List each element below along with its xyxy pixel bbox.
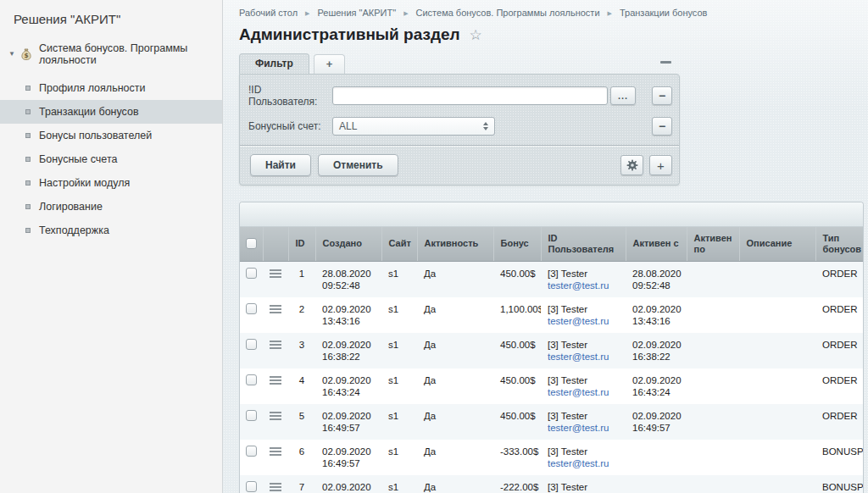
cell-active-to [687,404,739,440]
column-header[interactable]: Сайт [381,227,417,261]
user-email-link[interactable]: tester@test.ru [548,457,623,469]
cell-bonus-type: ORDER [815,297,863,333]
sidebar-title: Решения "АКРИТ" [0,0,222,26]
filter-panel: !ID Пользователя: ... − Бонусный счет: A… [239,74,680,186]
filter-settings-button[interactable] [620,155,643,175]
cell-description [739,404,815,440]
table-row: 5 02.09.202016:49:57 s1 Да 450.00$ [3] T… [240,404,863,440]
user-email-link[interactable]: tester@test.ru [548,351,623,363]
grid-toolbar [240,202,863,227]
user-email-link[interactable]: tester@test.ru [548,386,623,398]
cell-created: 02.09.202017:25:09 [315,475,381,493]
tab-add-filter[interactable]: + [314,54,346,74]
cell-site: s1 [381,475,417,493]
remove-user-id-field-button[interactable]: − [652,86,672,105]
breadcrumb-item[interactable]: Решения "АКРИТ" [317,8,396,18]
cell-active-from: 02.09.202016:49:57 [626,404,687,440]
page-title: Административный раздел [239,25,460,44]
row-actions-menu-icon[interactable] [270,269,281,278]
cell-active-to [687,297,739,333]
column-header[interactable]: Тип бонусов [815,227,863,261]
cell-active-from [626,440,687,475]
cell-bonus: 1,100.00$ [493,297,541,333]
cell-activity: Да [417,261,493,297]
cell-id: 6 [288,440,315,475]
filter-minimize-icon[interactable] [660,61,671,64]
row-checkbox[interactable] [246,303,257,314]
cell-user: [3] Testertester@test.ru [541,475,626,493]
cell-active-from: 28.08.202009:52:48 [626,261,687,297]
cell-user: [3] Testertester@test.ru [541,368,626,404]
cell-id: 5 [288,404,315,440]
sidebar-item[interactable]: Бонусные счета [0,147,222,171]
sidebar-item-label: Профиля лояльности [39,82,145,94]
sidebar-item[interactable]: Бонусы пользователей [0,124,222,147]
user-email-link[interactable]: tester@test.ru [548,280,623,291]
cell-bonus-type: ORDER [815,368,863,404]
find-button[interactable]: Найти [250,154,311,176]
column-header[interactable]: Создано [315,227,381,261]
row-checkbox[interactable] [246,481,257,492]
cancel-button[interactable]: Отменить [318,154,398,176]
column-header[interactable]: Активен по [687,227,739,261]
user-id-input[interactable] [332,86,608,105]
column-header[interactable]: Активность [417,227,493,261]
filter-footer: Найти Отменить [240,145,679,185]
row-actions-menu-icon[interactable] [270,447,281,456]
cell-bonus: -333.00$ [493,440,541,475]
column-header[interactable]: Бонус [493,227,541,261]
cell-description [739,261,815,297]
row-actions-menu-icon[interactable] [270,376,281,385]
sidebar-item[interactable]: Профиля лояльности [0,76,222,100]
sidebar: Решения "АКРИТ" ▼ $ Система бонусов. Про… [0,0,223,493]
row-checkbox[interactable] [246,268,257,279]
row-actions-menu-icon[interactable] [270,305,281,313]
row-actions-menu-icon[interactable] [270,483,281,491]
breadcrumb-item[interactable]: Рабочий стол [239,8,298,18]
row-checkbox[interactable] [246,374,257,385]
breadcrumb-item[interactable]: Система бонусов. Программы лояльности [416,8,600,18]
cell-activity: Да [417,333,493,368]
breadcrumb-item[interactable]: Транзакции бонусов [620,8,708,18]
cell-bonus: 450.00$ [493,368,541,404]
sidebar-item[interactable]: Транзакции бонусов [0,100,222,124]
table-row: 4 02.09.202016:43:24 s1 Да 450.00$ [3] T… [240,368,863,404]
row-actions-menu-icon[interactable] [270,412,281,420]
sidebar-item[interactable]: Логирование [0,195,222,219]
bonus-account-select[interactable]: ALL [332,117,495,136]
row-actions-menu-icon[interactable] [270,341,281,349]
favorite-star-icon[interactable]: ☆ [470,28,482,42]
table-row: 1 28.08.202009:52:48 s1 Да 450.00$ [3] T… [240,261,863,297]
chevron-down-icon[interactable]: ▼ [8,51,15,58]
column-header[interactable]: ID Пользователя [541,227,626,261]
sidebar-item[interactable]: Настройки модуля [0,171,222,195]
transactions-grid: IDСозданоСайтАктивностьБонусID Пользоват… [239,202,864,493]
bullet-icon [25,204,31,209]
cell-bonus: 450.00$ [493,261,541,297]
user-id-picker-button[interactable]: ... [610,86,636,105]
content-area: Рабочий стол▶Решения "АКРИТ"▶Система бон… [223,0,868,493]
header-menu-cell [263,227,288,261]
column-header[interactable]: ID [288,227,315,261]
select-all-checkbox[interactable] [246,238,257,249]
sidebar-item[interactable]: Техподдержка [0,219,222,242]
user-email-link[interactable]: tester@test.ru [548,422,623,434]
table-row: 2 02.09.202013:43:16 s1 Да 1,100.00$ [3]… [240,297,863,333]
bullet-icon [25,86,31,91]
row-checkbox[interactable] [246,339,257,350]
row-checkbox[interactable] [246,446,257,457]
table-row: 7 02.09.202017:25:09 s1 Да -222.00$ [3] … [240,475,863,493]
cell-description [739,368,815,404]
cell-user: [3] Testertester@test.ru [541,297,626,333]
user-email-link[interactable]: tester@test.ru [548,315,623,327]
column-header[interactable]: Активен с [626,227,687,261]
gear-icon [626,159,638,171]
remove-bonus-account-field-button[interactable]: − [652,117,672,136]
column-header[interactable]: Описание [739,227,815,261]
tab-filter[interactable]: Фильтр [239,53,309,74]
cell-id: 2 [288,297,315,333]
add-filter-field-button[interactable]: + [649,155,672,175]
row-checkbox[interactable] [246,410,257,421]
breadcrumb-separator-icon: ▶ [403,10,408,16]
sidebar-root-item[interactable]: ▼ $ Система бонусов. Программы лояльност… [0,26,222,66]
